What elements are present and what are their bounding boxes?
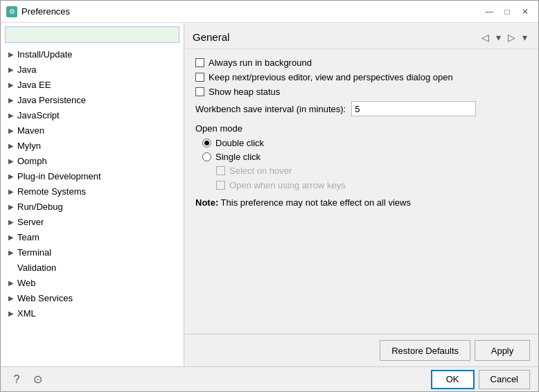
bottom-right: OK Cancel <box>431 370 530 389</box>
sidebar-item-web[interactable]: ▶ Web <box>1 275 184 290</box>
sidebar-item-maven[interactable]: ▶ Maven <box>1 123 184 138</box>
note-bold: Note: <box>195 197 218 208</box>
select-on-hover-row: Select on hover <box>216 166 527 176</box>
always-run-bg-checkbox[interactable] <box>195 58 204 67</box>
sidebar-item-install-update[interactable]: ▶ Install/Update <box>1 46 184 62</box>
main-content: ▶ Install/Update ▶ Java ▶ Java EE ▶ Java… <box>1 23 538 366</box>
back-button[interactable]: ◁ <box>479 30 492 44</box>
expand-arrow-icon: ▶ <box>6 141 16 150</box>
sidebar-item-label: Oomph <box>17 156 47 166</box>
select-on-hover-checkbox[interactable] <box>216 166 225 175</box>
preferences-icon: ⚙ <box>6 6 17 17</box>
show-heap-checkbox[interactable] <box>195 87 204 96</box>
forward-dropdown-button[interactable]: ▾ <box>520 30 530 44</box>
keep-next-prev-label: Keep next/previous editor, view and pers… <box>209 72 453 82</box>
panel-header: General ◁ ▾ ▷ ▾ <box>184 23 538 49</box>
workbench-interval-input[interactable] <box>351 101 476 116</box>
sidebar-item-javascript[interactable]: ▶ JavaScript <box>1 107 184 123</box>
sidebar-item-label: Terminal <box>17 247 51 258</box>
sidebar-item-label: Team <box>17 232 39 242</box>
title-bar: ⚙ Preferences — □ ✕ <box>1 1 538 23</box>
workbench-interval-row: Workbench save interval (in minutes): <box>195 101 527 116</box>
expand-arrow-icon: ▶ <box>6 125 16 135</box>
open-arrow-keys-label: Open when using arrow keys <box>229 180 346 190</box>
always-run-bg-row: Always run in background <box>195 57 527 68</box>
sidebar-item-java-ee[interactable]: ▶ Java EE <box>1 77 184 92</box>
apply-button[interactable]: Apply <box>475 340 530 361</box>
sidebar-item-web-services[interactable]: ▶ Web Services <box>1 290 184 305</box>
cancel-button[interactable]: Cancel <box>479 370 530 389</box>
maximize-button[interactable]: □ <box>500 4 515 19</box>
panel-title: General <box>193 31 229 43</box>
workbench-label: Workbench save interval (in minutes): <box>195 104 346 114</box>
sidebar-item-label: JavaScript <box>17 110 60 121</box>
double-click-radio[interactable] <box>202 139 211 148</box>
sidebar-item-oomph[interactable]: ▶ Oomph <box>1 153 184 168</box>
window-controls: — □ ✕ <box>481 4 533 19</box>
sidebar-item-server[interactable]: ▶ Server <box>1 214 184 229</box>
panel-footer: Restore Defaults Apply <box>184 334 538 366</box>
note-text: Note: This preference may not take effec… <box>195 197 527 208</box>
close-button[interactable]: ✕ <box>518 4 533 19</box>
expand-arrow-icon: ▶ <box>6 171 16 181</box>
sidebar-item-label: Plug-in Development <box>17 171 101 181</box>
single-click-row: Single click <box>202 152 527 162</box>
sidebar-item-plugin-development[interactable]: ▶ Plug-in Development <box>1 168 184 184</box>
sidebar-item-remote-systems[interactable]: ▶ Remote Systems <box>1 184 184 199</box>
keep-next-prev-row: Keep next/previous editor, view and pers… <box>195 72 527 82</box>
preferences-window: ⚙ Preferences — □ ✕ ▶ Install/Update <box>0 0 539 392</box>
window-title: Preferences <box>21 6 70 17</box>
open-arrow-keys-row: Open when using arrow keys <box>216 180 527 190</box>
tree-container: ▶ Install/Update ▶ Java ▶ Java EE ▶ Java… <box>1 46 184 366</box>
sidebar-item-xml[interactable]: ▶ XML <box>1 305 184 321</box>
search-input[interactable] <box>5 26 179 43</box>
expand-arrow-icon: ▶ <box>6 64 16 74</box>
sidebar-item-terminal[interactable]: ▶ Terminal <box>1 244 184 260</box>
keep-next-prev-checkbox[interactable] <box>195 73 204 82</box>
expand-arrow-icon: ▶ <box>6 80 16 89</box>
sidebar-item-label: Run/Debug <box>17 202 63 212</box>
expand-arrow-icon: ▶ <box>6 186 16 196</box>
expand-arrow-icon: ▶ <box>6 308 16 318</box>
info-icon[interactable]: ⊙ <box>30 372 45 387</box>
sidebar-item-label: Java Persistence <box>17 95 86 105</box>
sidebar-item-mylyn[interactable]: ▶ Mylyn <box>1 138 184 153</box>
sidebar-item-label: Mylyn <box>17 141 41 151</box>
panel-body: Always run in background Keep next/previ… <box>184 49 538 334</box>
expand-arrow-icon: ▶ <box>6 247 16 257</box>
select-on-hover-label: Select on hover <box>229 166 292 176</box>
ok-button[interactable]: OK <box>431 370 475 389</box>
open-mode-section: Open mode Double click Single click <box>195 123 527 190</box>
right-panel: General ◁ ▾ ▷ ▾ Always run in background <box>184 23 538 366</box>
help-icon[interactable]: ? <box>9 372 24 387</box>
sidebar-wrapper: ▶ Install/Update ▶ Java ▶ Java EE ▶ Java… <box>1 23 184 366</box>
double-click-label: Double click <box>215 138 264 148</box>
expand-arrow-icon: ▶ <box>6 95 16 105</box>
sidebar: ▶ Install/Update ▶ Java ▶ Java EE ▶ Java… <box>1 23 184 366</box>
sidebar-item-label: Remote Systems <box>17 186 86 197</box>
expand-arrow-icon: ▶ <box>6 293 16 303</box>
sidebar-item-java[interactable]: ▶ Java <box>1 62 184 77</box>
sidebar-item-label: Java <box>17 64 36 75</box>
show-heap-label: Show heap status <box>209 87 280 97</box>
sidebar-item-validation[interactable]: Validation <box>1 260 184 275</box>
single-click-radio[interactable] <box>202 152 211 161</box>
expand-arrow-icon: ▶ <box>6 110 16 120</box>
open-arrow-keys-checkbox[interactable] <box>216 181 225 190</box>
sidebar-item-team[interactable]: ▶ Team <box>1 229 184 244</box>
sidebar-item-label: XML <box>17 308 36 319</box>
sidebar-item-label: Web <box>17 278 36 288</box>
double-click-row: Double click <box>202 138 527 148</box>
sidebar-item-label: Server <box>17 217 44 227</box>
expand-arrow-icon: ▶ <box>6 156 16 166</box>
back-dropdown-button[interactable]: ▾ <box>493 30 504 44</box>
minimize-button[interactable]: — <box>481 4 497 19</box>
restore-defaults-button[interactable]: Restore Defaults <box>380 340 470 361</box>
expand-arrow-icon: ▶ <box>6 202 16 211</box>
always-run-bg-label: Always run in background <box>209 57 312 68</box>
sidebar-item-label: Validation <box>17 262 56 273</box>
forward-button[interactable]: ▷ <box>505 30 518 44</box>
sidebar-item-run-debug[interactable]: ▶ Run/Debug <box>1 199 184 214</box>
expand-arrow-icon: ▶ <box>6 217 16 226</box>
sidebar-item-java-persistence[interactable]: ▶ Java Persistence <box>1 92 184 107</box>
